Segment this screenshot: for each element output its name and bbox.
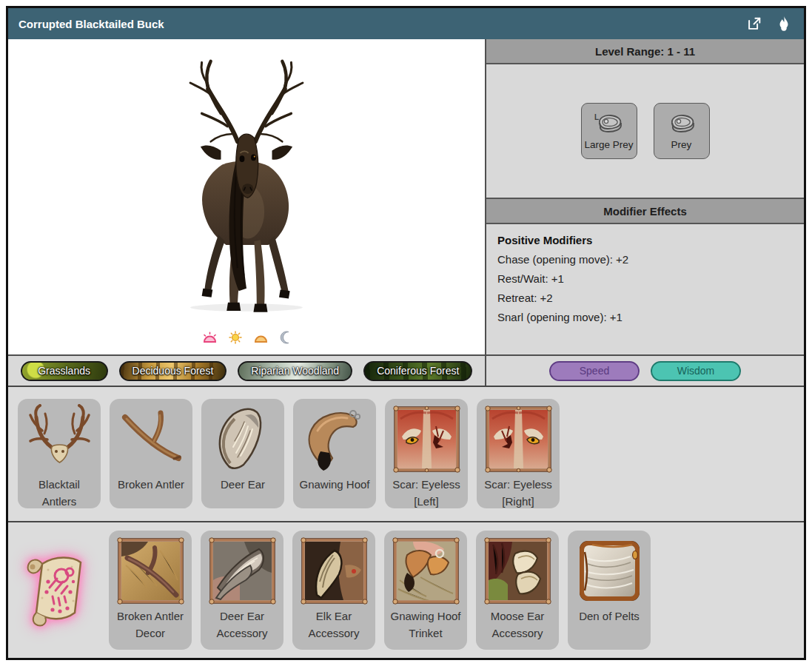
dusk-icon	[253, 332, 269, 343]
elk-ear-accessory-icon	[299, 536, 369, 606]
prey-type-section: L Large Prey	[486, 64, 804, 198]
craft-gnawing-hoof-trinket[interactable]: Gnawing Hoof Trinket	[384, 531, 467, 650]
svg-text:L: L	[594, 113, 599, 121]
flame-icon[interactable]	[774, 14, 793, 33]
drop-label: Gnawing Hoof	[296, 477, 373, 494]
broken-antler-decor-icon	[115, 536, 186, 606]
modifier-effects-header: Modifier Effects	[486, 198, 804, 224]
deer-ear-icon	[208, 404, 278, 474]
drop-broken-antler[interactable]: Broken Antler	[110, 399, 192, 508]
large-prey-steak-icon: L	[593, 112, 625, 137]
window-frame: Corrupted Blacktailed Buck	[6, 6, 806, 660]
drop-label: Scar: Eyeless [Right]	[480, 477, 557, 510]
stat-speed[interactable]: Speed	[549, 361, 640, 381]
blacktail-antlers-icon	[24, 404, 95, 474]
drops-section: Blacktail Antlers Broken Antler	[8, 386, 804, 521]
craft-label: Broken Antler Decor	[112, 608, 189, 642]
level-range-header: Level Range: 1 - 11	[486, 39, 804, 64]
craft-deer-ear-accessory[interactable]: Deer Ear Accessory	[201, 531, 283, 650]
modifier-effects-list: Positive Modifiers Chase (opening move):…	[486, 224, 804, 354]
biome-grasslands[interactable]: Grasslands	[21, 361, 108, 381]
stat-wisdom[interactable]: Wisdom	[651, 361, 741, 381]
craft-label: Moose Ear Accessory	[479, 608, 556, 642]
craft-moose-ear-accessory[interactable]: Moose Ear Accessory	[476, 531, 559, 650]
title-bar: Corrupted Blacktailed Buck	[8, 8, 804, 39]
craft-label: Gnawing Hoof Trinket	[387, 608, 464, 642]
biome-coniferous-forest[interactable]: Coniferous Forest	[363, 361, 472, 381]
biome-deciduous-forest[interactable]: Deciduous Forest	[119, 361, 227, 381]
positive-modifiers-title: Positive Modifiers	[497, 234, 793, 246]
craft-label: Den of Pelts	[571, 608, 648, 625]
prey-button[interactable]: Prey	[654, 103, 710, 159]
creature-info-page: Corrupted Blacktailed Buck	[0, 0, 812, 666]
page-title: Corrupted Blacktailed Buck	[19, 18, 164, 30]
large-prey-label: Large Prey	[584, 139, 633, 150]
stat-list: Speed Wisdom	[485, 356, 804, 386]
scar-eyeless-left-icon	[392, 404, 462, 474]
deer-ear-accessory-icon	[207, 536, 278, 606]
modifier-line: Chase (opening move): +2	[497, 253, 793, 266]
broken-antler-icon	[116, 404, 187, 474]
prey-steak-icon	[665, 112, 698, 137]
active-times	[202, 328, 292, 354]
craftables-section: Broken Antler Decor	[8, 521, 804, 658]
drop-scar-eyeless-left[interactable]: Scar: Eyeless [Left]	[385, 399, 468, 508]
external-link-icon[interactable]	[745, 14, 764, 33]
info-panel: Level Range: 1 - 11 L Large	[485, 39, 804, 354]
craft-elk-ear-accessory[interactable]: Elk Ear Accessory	[292, 531, 375, 650]
main-content: Level Range: 1 - 11 L Large	[8, 39, 804, 354]
moose-ear-accessory-icon	[483, 536, 553, 606]
modifier-line: Snarl (opening move): +1	[497, 311, 793, 323]
gnawing-hoof-trinket-icon	[391, 536, 461, 606]
scar-eyeless-right-icon	[483, 404, 554, 474]
craft-den-of-pelts[interactable]: Den of Pelts	[568, 531, 651, 650]
craft-label: Elk Ear Accessory	[295, 608, 372, 642]
gnawing-hoof-icon	[300, 404, 370, 474]
drop-label: Scar: Eyeless [Left]	[388, 477, 465, 510]
drop-gnawing-hoof[interactable]: Gnawing Hoof	[293, 399, 376, 508]
biome-riparian-woodland[interactable]: Riparian Woodland	[238, 361, 352, 381]
creature-art-panel	[8, 39, 485, 354]
tags-row: Grasslands Deciduous Forest Riparian Woo…	[8, 354, 804, 386]
drop-blacktail-antlers[interactable]: Blacktail Antlers	[18, 399, 101, 508]
large-prey-button[interactable]: L Large Prey	[581, 103, 637, 159]
drop-scar-eyeless-right[interactable]: Scar: Eyeless [Right]	[477, 399, 560, 508]
biome-list: Grasslands Deciduous Forest Riparian Woo…	[8, 356, 485, 386]
night-icon	[280, 331, 292, 344]
drop-label: Blacktail Antlers	[21, 477, 98, 510]
drop-label: Broken Antler	[113, 477, 189, 494]
modifier-line: Retreat: +2	[497, 292, 793, 304]
craft-broken-antler-decor[interactable]: Broken Antler Decor	[109, 531, 192, 650]
day-icon	[229, 331, 242, 344]
den-of-pelts-icon	[574, 536, 645, 606]
craft-label: Deer Ear Accessory	[204, 608, 281, 642]
drop-label: Deer Ear	[204, 477, 281, 494]
recipe-scroll-icon[interactable]	[20, 549, 95, 632]
drop-deer-ear[interactable]: Deer Ear	[201, 399, 284, 508]
prey-label: Prey	[671, 139, 692, 150]
modifier-line: Rest/Wait: +1	[497, 272, 793, 285]
creature-art	[144, 39, 349, 328]
dawn-icon	[202, 332, 218, 343]
